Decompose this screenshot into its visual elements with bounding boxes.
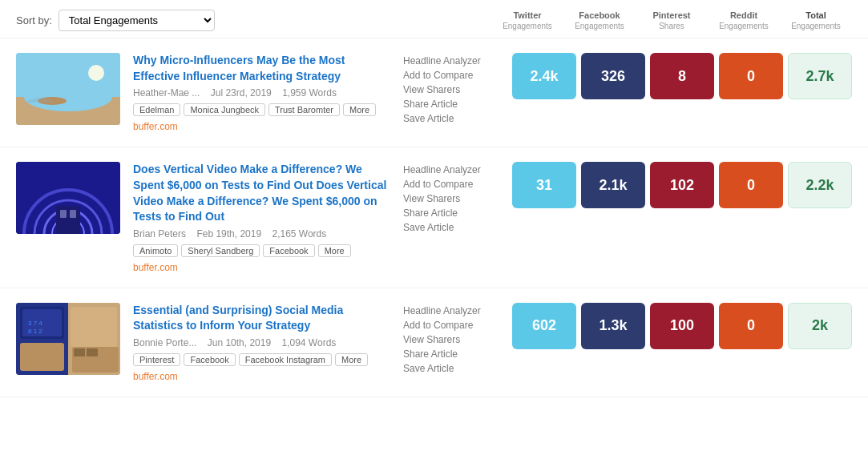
metric-facebook: 2.1k	[581, 162, 645, 208]
svg-rect-20	[20, 343, 64, 371]
article-actions: Headline Analyzer Add to Compare View Sh…	[403, 53, 499, 125]
share-article-link[interactable]: Share Article	[403, 348, 499, 360]
metric-twitter: 602	[512, 303, 576, 349]
metric-facebook: 1.3k	[581, 303, 645, 349]
article-actions: Headline Analyzer Add to Compare View Sh…	[403, 303, 499, 375]
metric-twitter: 2.4k	[512, 53, 576, 99]
metric-pinterest: 8	[650, 53, 714, 99]
share-article-link[interactable]: Share Article	[403, 207, 499, 219]
header-row: Sort by: Total Engagements Twitter Engag…	[0, 0, 868, 38]
tag[interactable]: Sheryl Sandberg	[181, 244, 260, 257]
date: Jul 23rd, 2019	[211, 87, 272, 99]
add-to-compare-link[interactable]: Add to Compare	[403, 319, 499, 332]
tag-list: Edelman Monica Jungbeck Trust Baromter M…	[133, 103, 390, 116]
metric-total: 2.2k	[788, 162, 852, 208]
tag-list: Animoto Sheryl Sandberg Facebook More	[133, 244, 390, 257]
metrics-row: 31 2.1k 102 0 2.2k	[512, 162, 852, 208]
add-to-compare-link[interactable]: Add to Compare	[403, 178, 499, 191]
metric-total: 2k	[788, 303, 852, 349]
article-info: Essential (and Surprising) Social Media …	[133, 303, 390, 382]
article-source[interactable]: buffer.com	[133, 121, 390, 132]
save-article-link[interactable]: Save Article	[403, 362, 499, 375]
article-row: Does Vertical Video Make a Difference? W…	[0, 147, 868, 288]
article-meta: Heather-Mae ... Jul 23rd, 2019 1,959 Wor…	[133, 87, 390, 99]
col-header-pinterest: Pinterest Shares	[636, 10, 708, 31]
view-sharers-link[interactable]: View Sharers	[403, 83, 499, 96]
svg-text:3 7 4: 3 7 4	[28, 320, 42, 327]
tag-more[interactable]: More	[343, 103, 376, 116]
sort-select[interactable]: Total Engagements Twitter Engagements Fa…	[59, 10, 215, 31]
save-article-link[interactable]: Save Article	[403, 112, 499, 125]
article-actions: Headline Analyzer Add to Compare View Sh…	[403, 162, 499, 234]
article-thumbnail: 3 7 4 8 1 2	[16, 303, 120, 375]
article-thumbnail	[16, 53, 120, 125]
author: Brian Peters	[133, 228, 186, 240]
metric-reddit: 0	[719, 162, 783, 208]
article-info: Does Vertical Video Make a Difference? W…	[133, 162, 390, 272]
view-sharers-link[interactable]: View Sharers	[403, 192, 499, 205]
word-count: 2,165 Words	[272, 228, 326, 240]
metrics-row: 602 1.3k 100 0 2k	[512, 303, 852, 349]
article-meta: Brian Peters Feb 19th, 2019 2,165 Words	[133, 228, 390, 240]
svg-point-3	[88, 65, 104, 81]
tag[interactable]: Facebook Instagram	[239, 353, 332, 366]
article-row: Why Micro-Influencers May Be the Most Ef…	[0, 38, 868, 147]
tag-list: Pinterest Facebook Facebook Instagram Mo…	[133, 353, 390, 366]
svg-rect-12	[60, 210, 67, 218]
article-title[interactable]: Does Vertical Video Make a Difference? W…	[133, 162, 390, 224]
article-title[interactable]: Why Micro-Influencers May Be the Most Ef…	[133, 53, 390, 84]
add-to-compare-link[interactable]: Add to Compare	[403, 69, 499, 82]
headline-analyzer-link[interactable]: Headline Analyzer	[403, 304, 499, 317]
headline-analyzer-link[interactable]: Headline Analyzer	[403, 54, 499, 67]
author: Heather-Mae ...	[133, 87, 200, 99]
col-header-facebook: Facebook Engagements	[563, 10, 636, 31]
tag[interactable]: Facebook	[263, 244, 314, 257]
metrics-row: 2.4k 326 8 0 2.7k	[512, 53, 852, 99]
metric-total: 2.7k	[788, 53, 852, 99]
tag[interactable]: Monica Jungbeck	[184, 103, 265, 116]
tag-more[interactable]: More	[335, 353, 368, 366]
word-count: 1,094 Words	[281, 337, 336, 348]
col-header-reddit: Reddit Engagements	[708, 10, 780, 31]
tag[interactable]: Edelman	[133, 103, 180, 116]
tag-more[interactable]: More	[318, 244, 351, 257]
metric-twitter: 31	[512, 162, 576, 208]
col-header-twitter: Twitter Engagements	[491, 10, 563, 31]
save-article-link[interactable]: Save Article	[403, 221, 499, 234]
tag[interactable]: Pinterest	[133, 353, 180, 366]
date: Jun 10th, 2019	[208, 337, 271, 348]
svg-rect-11	[56, 206, 80, 234]
metric-reddit: 0	[719, 303, 783, 349]
svg-rect-21	[71, 307, 117, 347]
tag[interactable]: Trust Baromter	[268, 103, 340, 116]
tag[interactable]: Animoto	[133, 244, 178, 257]
sort-label: Sort by:	[16, 14, 52, 26]
metric-pinterest: 102	[650, 162, 714, 208]
share-article-link[interactable]: Share Article	[403, 98, 499, 111]
col-header-total: Total Engagements	[780, 10, 852, 31]
date: Feb 19th, 2019	[196, 228, 261, 240]
metric-reddit: 0	[719, 53, 783, 99]
metric-pinterest: 100	[650, 303, 714, 349]
headline-analyzer-link[interactable]: Headline Analyzer	[403, 163, 499, 176]
author: Bonnie Porte...	[133, 337, 196, 348]
article-row: 3 7 4 8 1 2 Essential (and Surprising) S…	[0, 288, 868, 397]
article-title[interactable]: Essential (and Surprising) Social Media …	[133, 303, 390, 334]
metric-facebook: 326	[581, 53, 645, 99]
svg-rect-24	[87, 348, 98, 356]
article-source[interactable]: buffer.com	[133, 371, 390, 382]
view-sharers-link[interactable]: View Sharers	[403, 333, 499, 346]
article-source[interactable]: buffer.com	[133, 262, 390, 273]
article-meta: Bonnie Porte... Jun 10th, 2019 1,094 Wor…	[133, 337, 390, 348]
svg-rect-23	[74, 348, 85, 356]
svg-rect-13	[70, 210, 76, 218]
word-count: 1,959 Words	[282, 87, 337, 99]
svg-text:8 1 2: 8 1 2	[28, 328, 42, 335]
column-headers: Twitter Engagements Facebook Engagements…	[491, 10, 852, 31]
tag[interactable]: Facebook	[184, 353, 235, 366]
article-info: Why Micro-Influencers May Be the Most Ef…	[133, 53, 390, 132]
svg-point-2	[24, 83, 112, 111]
article-thumbnail	[16, 162, 120, 234]
